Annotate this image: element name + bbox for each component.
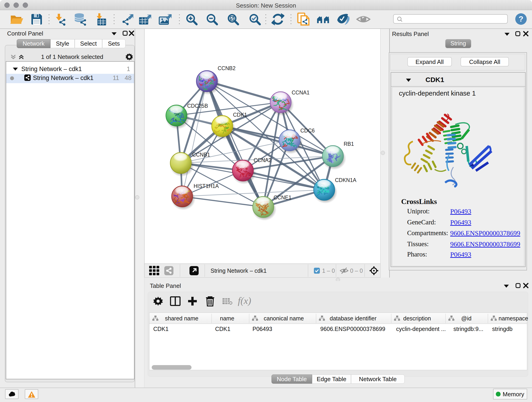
svg-text:CCNB1: CCNB1	[192, 152, 210, 158]
svg-text:CDC6: CDC6	[300, 128, 315, 134]
svg-text:RB1: RB1	[344, 141, 354, 147]
svg-text:CCNB2: CCNB2	[218, 65, 235, 71]
svg-text:CDK1: CDK1	[233, 112, 247, 118]
svg-text:CCNA1: CCNA1	[292, 89, 310, 96]
svg-text:CCNE1: CCNE1	[273, 195, 291, 201]
svg-text:HIST1H1A: HIST1H1A	[194, 183, 219, 189]
svg-text:CDC25B: CDC25B	[187, 103, 208, 109]
svg-text:CDKN1A: CDKN1A	[335, 177, 356, 183]
svg-text:?: ?	[519, 14, 524, 23]
svg-text:CCNA2: CCNA2	[254, 157, 272, 163]
